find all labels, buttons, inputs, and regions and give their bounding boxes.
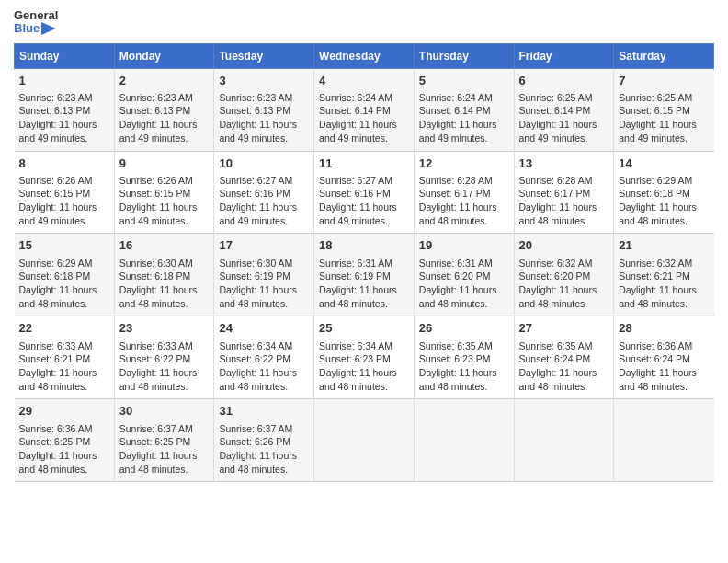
- calendar-cell: 1Sunrise: 6:23 AMSunset: 6:13 PMDaylight…: [15, 68, 115, 151]
- day-number: 16: [119, 237, 210, 254]
- sunset-label: Sunset: 6:13 PM: [19, 105, 91, 116]
- sunset-label: Sunset: 6:14 PM: [419, 105, 491, 116]
- calendar-cell: 14Sunrise: 6:29 AMSunset: 6:18 PMDayligh…: [614, 151, 714, 234]
- calendar-cell: 19Sunrise: 6:31 AMSunset: 6:20 PMDayligh…: [414, 234, 514, 316]
- calendar-cell: 9Sunrise: 6:26 AMSunset: 6:15 PMDaylight…: [114, 151, 214, 234]
- logo: General Blue: [14, 9, 58, 36]
- day-number: 17: [219, 237, 309, 254]
- sunrise-label: Sunrise: 6:32 AM: [519, 258, 593, 269]
- sunset-label: Sunset: 6:13 PM: [219, 105, 290, 116]
- sunrise-label: Sunrise: 6:36 AM: [619, 340, 692, 351]
- column-headers: SundayMondayTuesdayWednesdayThursdayFrid…: [15, 43, 714, 68]
- day-number: 20: [519, 237, 609, 254]
- sunset-label: Sunset: 6:13 PM: [119, 105, 191, 116]
- daylight-label: Daylight: 11 hours and 49 minutes.: [19, 201, 97, 226]
- calendar-cell: 22Sunrise: 6:33 AMSunset: 6:21 PMDayligh…: [15, 316, 115, 399]
- daylight-label: Daylight: 11 hours and 48 minutes.: [619, 284, 697, 309]
- sunrise-label: Sunrise: 6:23 AM: [219, 92, 292, 103]
- sunset-label: Sunset: 6:14 PM: [319, 105, 391, 116]
- daylight-label: Daylight: 11 hours and 48 minutes.: [219, 284, 297, 309]
- sunset-label: Sunset: 6:18 PM: [119, 270, 191, 282]
- daylight-label: Daylight: 11 hours and 49 minutes.: [219, 201, 297, 226]
- sunrise-label: Sunrise: 6:23 AM: [19, 92, 93, 103]
- sunset-label: Sunset: 6:21 PM: [19, 353, 91, 364]
- daylight-label: Daylight: 11 hours and 48 minutes.: [619, 367, 697, 392]
- day-number: 10: [219, 155, 309, 172]
- sunrise-label: Sunrise: 6:24 AM: [419, 92, 493, 103]
- day-number: 15: [19, 237, 109, 254]
- calendar-cell: [614, 399, 714, 482]
- calendar-cell: 30Sunrise: 6:37 AMSunset: 6:25 PMDayligh…: [114, 399, 214, 482]
- calendar-cell: 27Sunrise: 6:35 AMSunset: 6:24 PMDayligh…: [514, 316, 614, 399]
- day-number: 22: [19, 320, 109, 337]
- day-number: 11: [319, 155, 409, 172]
- sunset-label: Sunset: 6:16 PM: [319, 188, 391, 199]
- column-header-sunday: Sunday: [15, 43, 115, 68]
- calendar-cell: 28Sunrise: 6:36 AMSunset: 6:24 PMDayligh…: [614, 316, 714, 399]
- sunrise-label: Sunrise: 6:33 AM: [119, 340, 193, 351]
- calendar-table: SundayMondayTuesdayWednesdayThursdayFrid…: [14, 43, 714, 483]
- day-number: 18: [319, 237, 409, 254]
- calendar-cell: 11Sunrise: 6:27 AMSunset: 6:16 PMDayligh…: [314, 151, 415, 234]
- sunset-label: Sunset: 6:16 PM: [219, 188, 290, 199]
- calendar-cell: 12Sunrise: 6:28 AMSunset: 6:17 PMDayligh…: [414, 151, 514, 234]
- calendar-cell: 10Sunrise: 6:27 AMSunset: 6:16 PMDayligh…: [214, 151, 314, 234]
- calendar-cell: 23Sunrise: 6:33 AMSunset: 6:22 PMDayligh…: [114, 316, 214, 399]
- page-header: General Blue: [14, 9, 714, 36]
- sunset-label: Sunset: 6:18 PM: [19, 270, 91, 282]
- day-number: 6: [519, 73, 609, 89]
- daylight-label: Daylight: 11 hours and 48 minutes.: [419, 367, 497, 392]
- sunset-label: Sunset: 6:15 PM: [19, 188, 91, 199]
- sunset-label: Sunset: 6:24 PM: [519, 353, 591, 364]
- day-number: 5: [419, 73, 509, 89]
- calendar-cell: 13Sunrise: 6:28 AMSunset: 6:17 PMDayligh…: [514, 151, 614, 234]
- calendar-cell: 24Sunrise: 6:34 AMSunset: 6:22 PMDayligh…: [214, 316, 314, 399]
- sunrise-label: Sunrise: 6:23 AM: [119, 92, 193, 103]
- sunset-label: Sunset: 6:15 PM: [119, 188, 191, 199]
- day-number: 19: [419, 237, 509, 254]
- column-header-thursday: Thursday: [414, 43, 514, 68]
- svg-marker-0: [41, 22, 56, 35]
- calendar-cell: [414, 399, 514, 482]
- calendar-cell: 6Sunrise: 6:25 AMSunset: 6:14 PMDaylight…: [514, 68, 614, 151]
- daylight-label: Daylight: 11 hours and 48 minutes.: [219, 367, 297, 392]
- calendar-cell: 21Sunrise: 6:32 AMSunset: 6:21 PMDayligh…: [614, 234, 714, 316]
- sunrise-label: Sunrise: 6:26 AM: [19, 175, 93, 186]
- column-header-wednesday: Wednesday: [314, 43, 415, 68]
- calendar-week-2: 8Sunrise: 6:26 AMSunset: 6:15 PMDaylight…: [15, 151, 714, 234]
- calendar-cell: 7Sunrise: 6:25 AMSunset: 6:15 PMDaylight…: [614, 68, 714, 151]
- sunset-label: Sunset: 6:22 PM: [219, 353, 290, 364]
- day-number: 27: [519, 320, 609, 337]
- sunrise-label: Sunrise: 6:34 AM: [219, 340, 292, 351]
- day-number: 13: [519, 155, 609, 172]
- daylight-label: Daylight: 11 hours and 48 minutes.: [119, 284, 198, 309]
- logo-general: General: [14, 9, 58, 22]
- day-number: 24: [219, 320, 309, 337]
- daylight-label: Daylight: 11 hours and 48 minutes.: [19, 367, 97, 392]
- sunrise-label: Sunrise: 6:32 AM: [619, 258, 692, 269]
- daylight-label: Daylight: 11 hours and 48 minutes.: [619, 201, 697, 226]
- daylight-label: Daylight: 11 hours and 48 minutes.: [519, 367, 597, 392]
- calendar-cell: [514, 399, 614, 482]
- calendar-cell: 26Sunrise: 6:35 AMSunset: 6:23 PMDayligh…: [414, 316, 514, 399]
- calendar-cell: 31Sunrise: 6:37 AMSunset: 6:26 PMDayligh…: [214, 399, 314, 482]
- calendar-cell: [314, 399, 415, 482]
- daylight-label: Daylight: 11 hours and 49 minutes.: [219, 119, 297, 144]
- sunrise-label: Sunrise: 6:31 AM: [419, 258, 493, 269]
- daylight-label: Daylight: 11 hours and 48 minutes.: [319, 284, 397, 309]
- day-number: 4: [319, 73, 409, 89]
- sunrise-label: Sunrise: 6:30 AM: [219, 258, 292, 269]
- sunset-label: Sunset: 6:20 PM: [419, 270, 491, 282]
- sunset-label: Sunset: 6:17 PM: [419, 188, 491, 199]
- day-number: 7: [619, 73, 709, 89]
- sunset-label: Sunset: 6:23 PM: [319, 353, 391, 364]
- day-number: 1: [19, 73, 109, 89]
- sunrise-label: Sunrise: 6:29 AM: [19, 258, 93, 269]
- sunset-label: Sunset: 6:19 PM: [319, 270, 391, 282]
- day-number: 30: [119, 403, 210, 419]
- daylight-label: Daylight: 11 hours and 48 minutes.: [419, 201, 497, 226]
- sunset-label: Sunset: 6:24 PM: [619, 353, 690, 364]
- calendar-week-3: 15Sunrise: 6:29 AMSunset: 6:18 PMDayligh…: [15, 234, 714, 316]
- sunset-label: Sunset: 6:17 PM: [519, 188, 591, 199]
- calendar-cell: 29Sunrise: 6:36 AMSunset: 6:25 PMDayligh…: [15, 399, 115, 482]
